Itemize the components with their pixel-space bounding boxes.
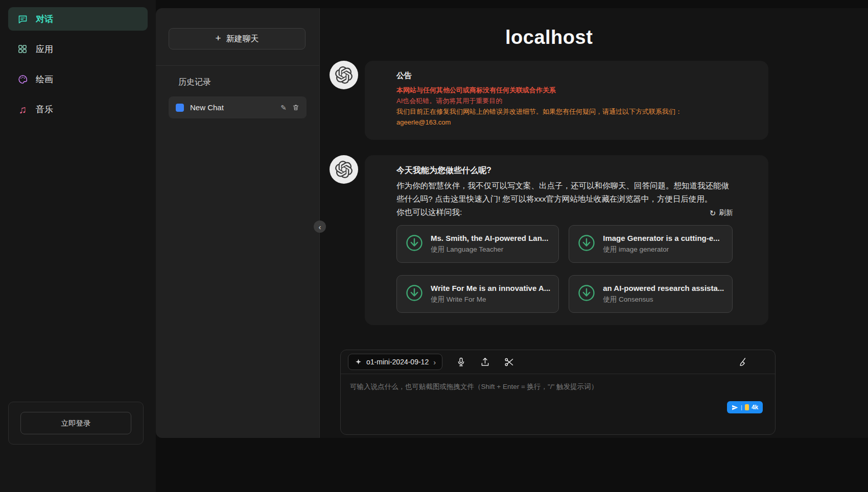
assistant-avatar [330, 155, 358, 184]
sidebar-item-apps[interactable]: 应用 [8, 37, 148, 61]
sidebar-item-label: 绘画 [36, 73, 53, 85]
announcement-bubble: 公告 本网站与任何其他公司或商标没有任何关联或合作关系 AI也会犯错。请勿将其用… [365, 61, 768, 140]
suggestion-subtitle: 使用 Write For Me [431, 295, 550, 304]
new-chat-label: 新建聊天 [226, 34, 259, 44]
contact-email-link[interactable]: ageerle@163.com [396, 118, 451, 126]
model-sparkle-icon [355, 358, 362, 366]
suggestion-subtitle: 使用 Language Teacher [431, 245, 548, 254]
sidebar-item-paint[interactable]: 绘画 [8, 67, 148, 91]
suggestion-card[interactable]: Write For Me is an innovative A... 使用 Wr… [396, 275, 559, 313]
clean-context-icon[interactable] [737, 356, 748, 367]
announcement-title: 公告 [396, 71, 733, 81]
sidebar-item-label: 对话 [36, 13, 53, 25]
chat-color-dot [176, 104, 184, 112]
chat-bubble-icon [17, 13, 28, 24]
apps-grid-icon [17, 43, 28, 55]
login-panel: 立即登录 [8, 402, 144, 445]
page-title: localhost [330, 27, 768, 48]
divider [156, 65, 319, 66]
plus-icon: + [215, 33, 221, 44]
microphone-icon[interactable] [455, 356, 466, 367]
token-count-label: 4k [752, 404, 758, 411]
openai-logo-icon [335, 66, 353, 84]
assistant-avatar [330, 61, 358, 89]
app: { "colors": { "accent_teal": "#3fe0c2", … [0, 0, 868, 492]
message-input[interactable] [341, 374, 775, 434]
suggestion-card[interactable]: Image Generator is a cutting-e... 使用 ima… [569, 225, 733, 263]
suggestion-text: an AI-powered research assista... 使用 Con… [603, 284, 724, 304]
model-label: o1-mini-2024-09-12 [366, 358, 429, 366]
refresh-label: 刷新 [719, 208, 733, 217]
sidebar-item-music[interactable]: ♫ 音乐 [8, 97, 148, 121]
download-circle-icon [577, 284, 596, 304]
token-battery-icon [745, 404, 749, 410]
login-button[interactable]: 立即登录 [20, 412, 131, 434]
edit-icon[interactable]: ✎ [280, 104, 287, 112]
sidebar-item-chat[interactable]: 对话 [8, 7, 148, 31]
download-circle-icon [405, 284, 424, 304]
delete-icon[interactable] [292, 104, 299, 111]
chat-history-item[interactable]: New Chat ✎ [169, 96, 307, 118]
announcement-line-3: 我们目前正在修复我们网站上的错误并改进细节。如果您有任何疑问，请通过以下方式联系… [396, 106, 733, 117]
download-circle-icon [577, 234, 596, 254]
suggestion-title: an AI-powered research assista... [603, 284, 724, 292]
refresh-icon: ↻ [710, 209, 716, 217]
chat-item-title: New Chat [190, 103, 274, 112]
suggestion-text: Image Generator is a cutting-e... 使用 ima… [603, 234, 719, 254]
message-welcome: 今天我能为您做些什么呢? 作为你的智慧伙伴，我不仅可以写文案、出点子，还可以和你… [330, 155, 768, 325]
chevron-left-icon: ‹ [319, 223, 321, 231]
composer-toolbar: o1-mini-2024-09-12 › [341, 350, 775, 374]
announcement-line-2: AI也会犯错。请勿将其用于重要目的 [396, 95, 733, 106]
chat-item-actions: ✎ [280, 104, 299, 112]
new-chat-button[interactable]: + 新建聊天 [169, 28, 306, 50]
model-selector[interactable]: o1-mini-2024-09-12 › [348, 354, 442, 370]
announcement-line-1: 本网站与任何其他公司或商标没有任何关联或合作关系 [396, 85, 733, 95]
send-plane-icon [732, 404, 738, 411]
scissors-icon[interactable] [503, 356, 514, 367]
composer: o1-mini-2024-09-12 › [340, 350, 776, 435]
suggestion-card[interactable]: Ms. Smith, the AI-powered Lan... 使用 Lang… [396, 225, 559, 263]
download-circle-icon [405, 234, 424, 254]
ask-hint: 你也可以这样问我: [396, 206, 462, 219]
suggestion-text: Write For Me is an innovative A... 使用 Wr… [431, 284, 550, 304]
history-title: 历史记录 [178, 77, 319, 88]
sidebar: 对话 应用 绘画 ♫ 音乐 立即登录 [0, 0, 156, 492]
upload-icon[interactable] [479, 356, 490, 367]
composer-input-area: | 4k [341, 374, 775, 434]
suggestion-title: Ms. Smith, the AI-powered Lan... [431, 234, 548, 242]
send-button[interactable]: | 4k [727, 401, 763, 413]
suggestion-title: Write For Me is an innovative A... [431, 284, 550, 292]
welcome-title: 今天我能为您做些什么呢? [396, 165, 733, 176]
suggestion-grid: Ms. Smith, the AI-powered Lan... 使用 Lang… [396, 225, 733, 313]
badge-divider: | [741, 404, 742, 410]
suggestion-title: Image Generator is a cutting-e... [603, 234, 719, 242]
chat-list-panel: + 新建聊天 历史记录 New Chat ✎ [156, 8, 319, 438]
suggestion-subtitle: 使用 Consensus [603, 295, 724, 304]
welcome-intro: 作为你的智慧伙伴，我不仅可以写文案、出点子，还可以和你聊天、回答问题。想知道我还… [396, 179, 733, 206]
message-announcement: 公告 本网站与任何其他公司或商标没有任何关联或合作关系 AI也会犯错。请勿将其用… [330, 61, 768, 140]
chat-scroll-area[interactable]: localhost 公告 本网站与任何其他公司或商标没有任何关联或合作关系 AI… [320, 8, 868, 350]
palette-icon [17, 73, 28, 85]
chevron-right-icon: › [433, 358, 436, 366]
collapse-sidebar-button[interactable]: ‹ [314, 220, 326, 233]
music-note-icon: ♫ [17, 104, 28, 115]
welcome-bubble: 今天我能为您做些什么呢? 作为你的智慧伙伴，我不仅可以写文案、出点子，还可以和你… [365, 155, 768, 325]
chat-panel: ‹ localhost 公告 本网站与任何其他公司或商标没有任何关联或合作关系 … [319, 8, 868, 438]
openai-logo-icon [335, 161, 353, 178]
suggestion-text: Ms. Smith, the AI-powered Lan... 使用 Lang… [431, 234, 548, 254]
sidebar-item-label: 音乐 [36, 104, 53, 115]
refresh-suggestions-button[interactable]: ↻ 刷新 [710, 208, 733, 219]
sidebar-item-label: 应用 [36, 43, 53, 55]
suggestion-card[interactable]: an AI-powered research assista... 使用 Con… [569, 275, 733, 313]
suggestion-subtitle: 使用 image generator [603, 245, 719, 254]
content-frame: + 新建聊天 历史记录 New Chat ✎ ‹ localhost [156, 8, 868, 438]
